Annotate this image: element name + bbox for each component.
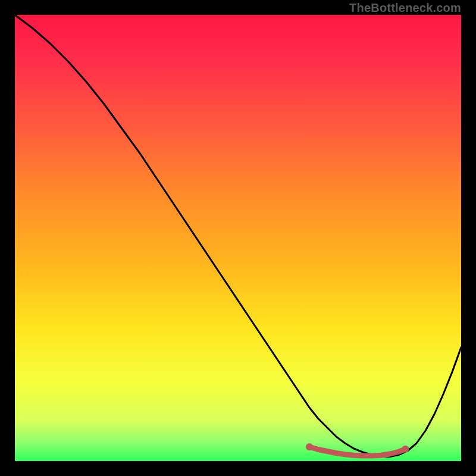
plot-area xyxy=(15,15,461,461)
marker-dot xyxy=(402,446,409,453)
bottleneck-chart xyxy=(15,15,461,461)
marker-dot xyxy=(306,443,313,450)
chart-frame: TheBottleneck.com xyxy=(0,0,476,476)
watermark-text: TheBottleneck.com xyxy=(349,1,461,15)
gradient-background xyxy=(15,15,461,461)
